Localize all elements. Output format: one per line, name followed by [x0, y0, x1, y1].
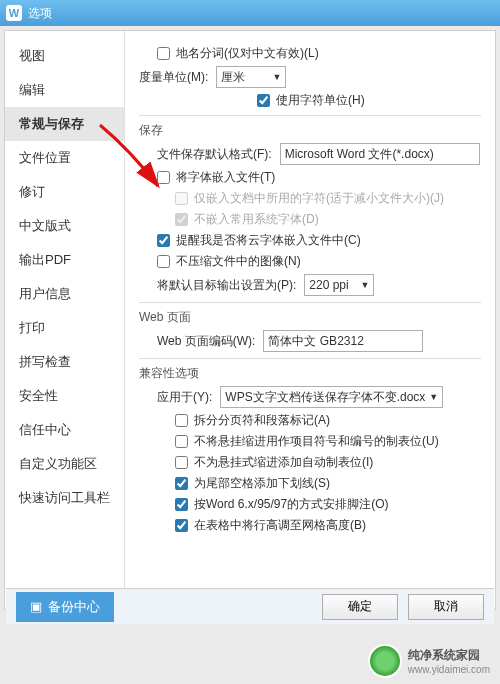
dropdown-apply-to-value: WPS文字文档传送保存字体不变.docx [225, 389, 425, 406]
chevron-down-icon: ▼ [360, 280, 369, 290]
checkbox-no-hang-tab[interactable] [175, 435, 188, 448]
section-save-title: 保存 [139, 122, 481, 139]
folder-icon: ▣ [30, 599, 42, 614]
label-no-auto-tab: 不为悬挂式缩进添加自动制表位(I) [194, 454, 373, 471]
sidebar-item-file-location[interactable]: 文件位置 [5, 141, 124, 175]
label-no-compress: 不压缩文件中的图像(N) [176, 253, 301, 270]
sidebar-item-quick-access[interactable]: 快速访问工具栏 [5, 481, 124, 515]
dropdown-default-output[interactable]: 220 ppi ▼ [304, 274, 374, 296]
sidebar-item-edit[interactable]: 编辑 [5, 73, 124, 107]
sidebar-item-revision[interactable]: 修订 [5, 175, 124, 209]
sidebar-item-customize-ribbon[interactable]: 自定义功能区 [5, 447, 124, 481]
backup-center-label: 备份中心 [48, 598, 100, 616]
checkbox-split-page[interactable] [175, 414, 188, 427]
checkbox-embed-only-used [175, 192, 188, 205]
label-no-common-font: 不嵌入常用系统字体(D) [194, 211, 319, 228]
sidebar-item-trust-center[interactable]: 信任中心 [5, 413, 124, 447]
label-no-hang-tab: 不将悬挂缩进用作项目符号和编号的制表位(U) [194, 433, 439, 450]
sidebar-item-view[interactable]: 视图 [5, 39, 124, 73]
dropdown-web-encoding[interactable]: 简体中文 GB2312 [263, 330, 423, 352]
watermark-logo-icon [368, 644, 402, 678]
checkbox-trailing-underline[interactable] [175, 477, 188, 490]
dropdown-file-format-value: Microsoft Word 文件(*.docx) [285, 146, 434, 163]
checkbox-embed-font[interactable] [157, 171, 170, 184]
label-cloud-font: 提醒我是否将云字体嵌入文件中(C) [176, 232, 361, 249]
watermark: 纯净系统家园 www.yidaimei.com [368, 644, 490, 678]
dropdown-unit-value: 厘米 [221, 69, 245, 86]
dropdown-web-encoding-value: 简体中文 GB2312 [268, 333, 363, 350]
watermark-url: www.yidaimei.com [408, 664, 490, 675]
label-web-encoding: Web 页面编码(W): [157, 333, 255, 350]
label-word6-footnote: 按Word 6.x/95/97的方式安排脚注(O) [194, 496, 388, 513]
sidebar-item-chinese-layout[interactable]: 中文版式 [5, 209, 124, 243]
checkbox-table-row-height[interactable] [175, 519, 188, 532]
dropdown-file-format[interactable]: Microsoft Word 文件(*.docx) [280, 143, 480, 165]
label-unit: 度量单位(M): [139, 69, 208, 86]
label-embed-font: 将字体嵌入文件(T) [176, 169, 275, 186]
content-panel: 地名分词(仅对中文有效)(L) 度量单位(M): 厘米 ▼ 使用字符单位(H) … [125, 31, 495, 609]
label-table-row-height: 在表格中将行高调至网格高度(B) [194, 517, 366, 534]
sidebar-item-export-pdf[interactable]: 输出PDF [5, 243, 124, 277]
label-char-unit: 使用字符单位(H) [276, 92, 365, 109]
sidebar: 视图 编辑 常规与保存 文件位置 修订 中文版式 输出PDF 用户信息 打印 拼… [5, 31, 125, 609]
checkbox-word6-footnote[interactable] [175, 498, 188, 511]
dropdown-default-output-value: 220 ppi [309, 278, 348, 292]
sidebar-item-general-save[interactable]: 常规与保存 [5, 107, 124, 141]
sidebar-item-spellcheck[interactable]: 拼写检查 [5, 345, 124, 379]
label-trailing-underline: 为尾部空格添加下划线(S) [194, 475, 330, 492]
label-embed-only-used: 仅嵌入文档中所用的字符(适于减小文件大小)(J) [194, 190, 444, 207]
checkbox-no-common-font [175, 213, 188, 226]
label-apply-to: 应用于(Y): [157, 389, 212, 406]
main-frame: 视图 编辑 常规与保存 文件位置 修订 中文版式 输出PDF 用户信息 打印 拼… [4, 30, 496, 610]
dropdown-apply-to[interactable]: WPS文字文档传送保存字体不变.docx ▼ [220, 386, 443, 408]
label-default-output: 将默认目标输出设置为(P): [157, 277, 296, 294]
sidebar-item-security[interactable]: 安全性 [5, 379, 124, 413]
checkbox-placename[interactable] [157, 47, 170, 60]
window-title: 选项 [28, 5, 52, 22]
backup-center-button[interactable]: ▣ 备份中心 [16, 592, 114, 622]
label-file-format: 文件保存默认格式(F): [157, 146, 272, 163]
watermark-brand: 纯净系统家园 [408, 647, 490, 664]
chevron-down-icon: ▼ [429, 392, 438, 402]
checkbox-no-compress[interactable] [157, 255, 170, 268]
checkbox-char-unit[interactable] [257, 94, 270, 107]
checkbox-cloud-font[interactable] [157, 234, 170, 247]
ok-button[interactable]: 确定 [322, 594, 398, 620]
checkbox-no-auto-tab[interactable] [175, 456, 188, 469]
sidebar-item-print[interactable]: 打印 [5, 311, 124, 345]
titlebar: W 选项 [0, 0, 500, 26]
footer-bar: ▣ 备份中心 确定 取消 [6, 588, 494, 624]
cancel-button[interactable]: 取消 [408, 594, 484, 620]
section-web-title: Web 页面 [139, 309, 481, 326]
sidebar-item-user-info[interactable]: 用户信息 [5, 277, 124, 311]
dropdown-unit[interactable]: 厘米 ▼ [216, 66, 286, 88]
section-compat-title: 兼容性选项 [139, 365, 481, 382]
label-split-page: 拆分分页符和段落标记(A) [194, 412, 330, 429]
chevron-down-icon: ▼ [272, 72, 281, 82]
app-logo: W [6, 5, 22, 21]
label-placename: 地名分词(仅对中文有效)(L) [176, 45, 319, 62]
